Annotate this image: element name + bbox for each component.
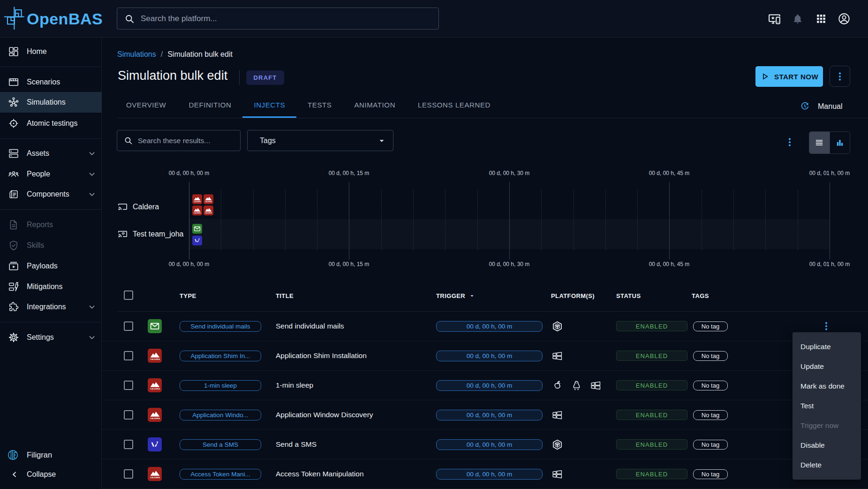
caldera-icon bbox=[148, 408, 162, 422]
chart-view-toggle[interactable] bbox=[830, 132, 850, 153]
account-icon[interactable] bbox=[838, 12, 851, 25]
timeline-minor-gridline bbox=[253, 190, 254, 250]
simulation-menu-button[interactable] bbox=[830, 66, 850, 87]
row-checkbox[interactable] bbox=[124, 381, 133, 390]
inject-type-chip[interactable]: Send individual mails bbox=[180, 321, 261, 332]
select-all-checkbox[interactable] bbox=[124, 290, 133, 300]
column-header-status[interactable]: STATUS bbox=[616, 292, 641, 299]
timeline-gridline bbox=[669, 182, 670, 260]
row-checkbox[interactable] bbox=[124, 321, 133, 331]
inject-title: 1-min sleep bbox=[276, 381, 313, 390]
results-search-input[interactable] bbox=[138, 137, 232, 145]
timeline-inject-caldera[interactable] bbox=[204, 206, 213, 215]
sidebar-item-simulations[interactable]: Simulations bbox=[0, 92, 102, 113]
chevron-down-icon bbox=[87, 169, 97, 179]
timeline-inject-caldera[interactable] bbox=[204, 194, 213, 204]
tab-overview[interactable]: OVERVIEW bbox=[115, 92, 177, 118]
row-checkbox[interactable] bbox=[124, 410, 133, 420]
menu-item-delete[interactable]: Delete bbox=[793, 455, 861, 475]
top-bar: OpenBAS bbox=[0, 0, 868, 38]
openbas-logo-icon[interactable] bbox=[4, 7, 24, 30]
timeline-inject-caldera[interactable] bbox=[192, 206, 202, 215]
table-row[interactable]: Send individual mails Send individual ma… bbox=[0, 312, 868, 341]
tab-definition[interactable]: DEFINITION bbox=[177, 92, 242, 118]
trigger-chip[interactable]: 00 d, 00 h, 00 m bbox=[436, 351, 543, 361]
app-title[interactable]: OpenBAS bbox=[27, 10, 103, 28]
menu-item-update[interactable]: Update bbox=[793, 357, 861, 376]
inject-type-chip[interactable]: Application Windo... bbox=[180, 410, 261, 420]
column-header-trigger[interactable]: TRIGGER bbox=[436, 292, 465, 299]
tag-chip[interactable]: No tag bbox=[693, 440, 728, 450]
apps-grid-icon[interactable] bbox=[815, 13, 827, 24]
sidebar-item-home[interactable]: Home bbox=[0, 41, 102, 62]
tags-filter-select[interactable]: Tags bbox=[247, 130, 393, 151]
table-row[interactable]: 1-min sleep 1-min sleep 00 d, 00 h, 00 m… bbox=[0, 371, 868, 400]
row-kebab-icon[interactable] bbox=[821, 321, 832, 332]
start-now-button[interactable]: START NOW bbox=[755, 66, 823, 87]
inject-type-chip[interactable]: Send a SMS bbox=[180, 439, 261, 450]
lane-label-text: Caldera bbox=[133, 203, 159, 211]
sidebar-item-components[interactable]: Components bbox=[0, 184, 102, 205]
breadcrumb-simulations-link[interactable]: Simulations bbox=[117, 50, 156, 58]
sidebar-item-mitigations[interactable]: Mitigations bbox=[0, 276, 102, 297]
timeline-inject-email[interactable] bbox=[192, 224, 202, 234]
sidebar-item-atomic-testings[interactable]: Atomic testings bbox=[0, 113, 102, 134]
column-header-title[interactable]: TITLE bbox=[276, 292, 294, 299]
sidebar-item-integrations[interactable]: Integrations bbox=[0, 297, 102, 317]
trigger-chip[interactable]: 00 d, 00 h, 00 m bbox=[436, 410, 543, 420]
tab-tests[interactable]: TESTS bbox=[296, 92, 343, 118]
column-header-tags[interactable]: TAGS bbox=[692, 292, 709, 299]
sidebar-item-filigran[interactable]: Filigran bbox=[0, 444, 102, 465]
menu-item-disable[interactable]: Disable bbox=[793, 436, 861, 455]
timeline-inject-caldera[interactable] bbox=[192, 194, 202, 204]
table-row[interactable]: Access Token Mani... Access Token Manipu… bbox=[0, 459, 868, 489]
important-devices-icon[interactable] bbox=[768, 12, 781, 26]
sidebar-item-scenarios[interactable]: Scenarios bbox=[0, 72, 102, 92]
trigger-chip[interactable]: 00 d, 00 h, 00 m bbox=[436, 439, 543, 450]
tag-chip[interactable]: No tag bbox=[693, 469, 728, 479]
sidebar-item-reports[interactable]: Reports bbox=[0, 214, 102, 235]
sidebar-item-settings[interactable]: Settings bbox=[0, 327, 102, 348]
menu-item-duplicate[interactable]: Duplicate bbox=[793, 337, 861, 357]
tag-chip[interactable]: No tag bbox=[693, 321, 728, 331]
inject-type-chip[interactable]: Access Token Mani... bbox=[180, 469, 261, 480]
sidebar-item-skills[interactable]: Skills bbox=[0, 235, 102, 256]
notifications-bell-icon[interactable] bbox=[792, 13, 803, 24]
table-row[interactable]: Send a SMS Send a SMS 00 d, 00 h, 00 m E… bbox=[0, 430, 868, 459]
menu-item-mark-as-done[interactable]: Mark as done bbox=[793, 376, 861, 396]
table-row[interactable]: Application Shim In... Application Shim … bbox=[0, 341, 868, 371]
tag-chip[interactable]: No tag bbox=[693, 351, 728, 361]
tab-animation[interactable]: ANIMATION bbox=[343, 92, 407, 118]
left-sidebar: Home Scenarios Simulations Atomic testin… bbox=[0, 38, 102, 489]
inject-type-chip[interactable]: 1-min sleep bbox=[180, 380, 261, 391]
row-checkbox[interactable] bbox=[124, 469, 133, 479]
row-context-menu: Duplicate Update Mark as done Test Trigg… bbox=[793, 332, 861, 480]
newspaper-icon bbox=[8, 189, 19, 200]
column-header-type[interactable]: TYPE bbox=[180, 292, 196, 299]
trigger-chip[interactable]: 00 d, 00 h, 00 m bbox=[436, 321, 543, 332]
tab-lessons-learned[interactable]: LESSONS LEARNED bbox=[407, 92, 502, 118]
table-row[interactable]: Application Windo... Application Window … bbox=[0, 400, 868, 430]
timeline-inject-sms[interactable] bbox=[192, 236, 202, 245]
axis-label-bottom: 00 d, 00 h, 45 m bbox=[649, 261, 690, 267]
trigger-chip[interactable]: 00 d, 00 h, 00 m bbox=[436, 469, 543, 480]
sidebar-item-people[interactable]: People bbox=[0, 164, 102, 184]
timeline-minor-gridline bbox=[477, 190, 478, 250]
axis-label-bottom: 00 d, 00 h, 00 m bbox=[169, 261, 210, 267]
row-checkbox[interactable] bbox=[124, 351, 133, 360]
timeline-minor-gridline bbox=[574, 190, 574, 250]
list-view-toggle[interactable] bbox=[809, 132, 830, 153]
sidebar-item-assets[interactable]: Assets bbox=[0, 143, 102, 164]
row-checkbox[interactable] bbox=[124, 440, 133, 449]
menu-item-test[interactable]: Test bbox=[793, 396, 861, 416]
platform-search-input[interactable] bbox=[141, 14, 422, 23]
filters-kebab-icon[interactable] bbox=[784, 137, 795, 148]
tag-chip[interactable]: No tag bbox=[693, 410, 728, 420]
sidebar-item-payloads[interactable]: Payloads bbox=[0, 256, 102, 276]
inject-type-chip[interactable]: Application Shim In... bbox=[180, 351, 261, 361]
column-header-platforms[interactable]: PLATFORM(S) bbox=[551, 292, 595, 299]
tab-injects[interactable]: INJECTS bbox=[242, 92, 296, 118]
tag-chip[interactable]: No tag bbox=[693, 381, 728, 390]
sidebar-collapse-button[interactable]: Collapse bbox=[0, 464, 102, 485]
trigger-chip[interactable]: 00 d, 00 h, 00 m bbox=[436, 380, 543, 391]
